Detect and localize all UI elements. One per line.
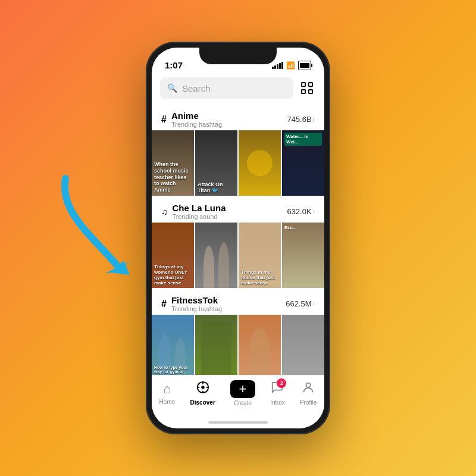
video-label-fit-4: ... [284, 372, 289, 375]
video-label-chela-3: Things in my house that just make sense [241, 270, 278, 286]
video-thumb-chela-4[interactable]: Bru... [282, 223, 324, 288]
search-icon: 🔍 [167, 83, 177, 93]
video-thumb-chela-3[interactable]: Things in my house that just make sense [239, 223, 281, 288]
video-thumb-anime-4[interactable]: Water... is Wei... [282, 130, 324, 196]
trending-header-anime: # Anime Trending hashtag 745.6B › [152, 105, 324, 130]
arrow-annotation [48, 167, 155, 288]
trend-count-anime: 745.6B › [287, 115, 315, 124]
nav-label-create: Create [234, 400, 252, 406]
svg-point-7 [306, 383, 310, 387]
home-bar [152, 416, 324, 428]
search-placeholder: Search [182, 83, 211, 93]
video-thumb-chela-2[interactable] [195, 223, 237, 288]
trend-name-fitnesstok: FitnessTok [171, 295, 222, 305]
status-time: 1:07 [165, 60, 183, 70]
content-area: # Anime Trending hashtag 745.6B › When t… [152, 105, 324, 375]
trend-info-fitnesstok: FitnessTok Trending hashtag [171, 295, 222, 312]
trending-left-fitnesstok: # FitnessTok Trending hashtag [161, 295, 222, 312]
video-thumb-anime-3[interactable] [239, 130, 281, 196]
trend-count-fitnesstok: 662.5M › [286, 299, 315, 308]
video-label-fit-1: How to type your way for gym or sports, … [154, 365, 192, 375]
trending-left-anime: # Anime Trending hashtag [161, 111, 222, 128]
plus-icon: + [239, 383, 247, 396]
video-thumb-chela-1[interactable]: Things at my womens ONLY gym that just m… [152, 223, 194, 288]
battery-icon [298, 61, 311, 70]
video-label-anime-1: When the school music teacher likes to w… [154, 161, 192, 193]
svg-rect-2 [309, 83, 312, 86]
trend-count-chelaluna: 632.0K › [287, 207, 315, 216]
trend-name-anime: Anime [171, 111, 222, 121]
trend-sub-chelaluna: Trending sound [173, 213, 226, 220]
video-thumb-fit-1[interactable]: How to type your way for gym or sports, … [152, 315, 194, 375]
hashtag-icon-anime: # [161, 114, 167, 125]
video-thumb-fit-3[interactable] [239, 315, 281, 375]
video-label-anime-2: Attack On Titan 🐦 [198, 181, 235, 193]
wifi-icon: 📶 [286, 61, 295, 70]
search-bar-container: 🔍 Search [152, 74, 324, 105]
nav-label-discover: Discover [190, 399, 215, 406]
phone-notch [199, 48, 277, 64]
trending-section-anime[interactable]: # Anime Trending hashtag 745.6B › When t… [152, 105, 324, 196]
chevron-icon-fitnesstok: › [313, 300, 315, 307]
chevron-icon-anime: › [313, 116, 315, 123]
music-icon-chelaluna: ♫ [161, 207, 168, 217]
nav-item-create[interactable]: + Create [230, 380, 255, 406]
svg-rect-1 [302, 83, 305, 86]
trend-count-value-fitnesstok: 662.5M [286, 299, 311, 308]
bottom-nav: ⌂ Home Discover + Create [152, 375, 324, 416]
video-grid-fitnesstok: How to type your way for gym or sports, … [152, 315, 324, 375]
nav-label-home: Home [159, 399, 176, 405]
trending-section-chelaluna[interactable]: ♫ Che La Luna Trending sound 632.0K › Th… [152, 197, 324, 288]
status-icons: 📶 [272, 61, 311, 70]
trend-sub-fitnesstok: Trending hashtag [171, 305, 222, 312]
scan-icon[interactable] [298, 79, 316, 97]
trending-header-fitnesstok: # FitnessTok Trending hashtag 662.5M › [152, 289, 324, 315]
phone-device: 1:07 📶 🔍 Search [146, 42, 330, 434]
video-thumb-anime-2[interactable]: Attack On Titan 🐦 [195, 130, 237, 196]
trend-info-anime: Anime Trending hashtag [171, 111, 222, 128]
trend-info-chelaluna: Che La Luna Trending sound [173, 203, 226, 220]
compass-icon [196, 381, 209, 397]
nav-label-profile: Profile [300, 399, 317, 406]
nav-item-home[interactable]: ⌂ Home [159, 381, 176, 405]
home-icon: ⌂ [163, 381, 171, 397]
trending-left-chelaluna: ♫ Che La Luna Trending sound [161, 203, 226, 220]
trend-count-value-chelaluna: 632.0K [287, 207, 311, 216]
trend-count-value-anime: 745.6B [287, 115, 311, 124]
svg-rect-3 [302, 90, 305, 93]
video-label-chela-4: Bru... [284, 225, 296, 230]
video-label-chela-1: Things at my womens ONLY gym that just m… [154, 264, 192, 286]
video-thumb-anime-1[interactable]: When the school music teacher likes to w… [152, 130, 194, 196]
svg-point-6 [201, 386, 205, 389]
inbox-badge: 2 [277, 378, 286, 388]
inbox-icon: 2 [271, 381, 284, 397]
trending-header-chelaluna: ♫ Che La Luna Trending sound 632.0K › [152, 197, 324, 223]
search-input[interactable]: 🔍 Search [160, 77, 293, 99]
svg-rect-4 [309, 90, 312, 93]
hashtag-icon-fitnesstok: # [161, 299, 167, 309]
trend-sub-anime: Trending hashtag [171, 121, 222, 128]
svg-marker-0 [105, 256, 133, 279]
chevron-icon-chelaluna: › [313, 208, 315, 215]
nav-item-profile[interactable]: Profile [300, 381, 317, 406]
trending-section-fitnesstok[interactable]: # FitnessTok Trending hashtag 662.5M › [152, 289, 324, 375]
home-bar-line [208, 421, 268, 424]
create-button[interactable]: + [230, 380, 255, 398]
video-label-anime-4: Water... is Wei... [284, 133, 322, 146]
phone-screen: 1:07 📶 🔍 Search [152, 48, 324, 428]
signal-icon [272, 62, 283, 69]
nav-item-inbox[interactable]: 2 Inbox [270, 381, 284, 406]
video-grid-anime: When the school music teacher likes to w… [152, 130, 324, 196]
profile-icon [302, 381, 315, 397]
video-thumb-fit-2[interactable] [195, 315, 237, 375]
nav-label-inbox: Inbox [270, 399, 284, 406]
trend-name-chelaluna: Che La Luna [173, 203, 226, 213]
nav-item-discover[interactable]: Discover [190, 381, 215, 406]
video-grid-chelaluna: Things at my womens ONLY gym that just m… [152, 223, 324, 288]
video-thumb-fit-4[interactable]: ... [282, 315, 324, 375]
